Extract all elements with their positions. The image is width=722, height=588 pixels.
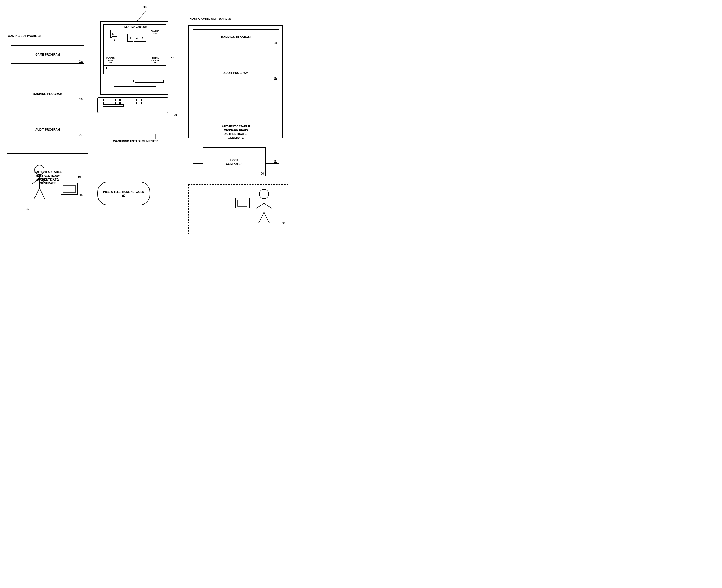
audit-program-left-box: AUDIT PROGRAM 27 <box>11 122 84 138</box>
drive-slot-1 <box>105 80 134 82</box>
dashed-region: 38 <box>188 184 288 234</box>
person-38-figure <box>251 187 277 230</box>
person-12-container: 12 <box>26 163 52 206</box>
key <box>129 102 132 104</box>
keyboard <box>98 98 168 113</box>
svg-point-22 <box>35 165 44 174</box>
key <box>133 99 136 101</box>
keyboard-keys-row1 <box>98 98 168 102</box>
ref-36-label: 36 <box>78 175 81 178</box>
card-2: 2 <box>112 36 118 44</box>
svg-point-14 <box>259 189 269 199</box>
key <box>125 99 128 101</box>
svg-line-16 <box>256 203 264 208</box>
keyboard-keys-row3 <box>98 105 168 107</box>
svg-line-19 <box>264 212 269 223</box>
key <box>116 102 120 104</box>
card-t: T <box>127 34 133 42</box>
key <box>129 99 132 101</box>
key <box>137 102 141 104</box>
svg-line-24 <box>31 179 40 184</box>
svg-rect-20 <box>238 200 247 206</box>
status-light-2 <box>113 67 118 69</box>
banking-program-right-box: BANKING PROGRAM 35 <box>193 29 279 45</box>
svg-line-26 <box>34 188 40 199</box>
drive-slot-2 <box>135 80 164 83</box>
key <box>146 99 149 101</box>
svg-line-0 <box>137 11 146 21</box>
phone-left <box>61 183 78 195</box>
phone-left-icon <box>63 185 76 193</box>
key <box>112 99 115 101</box>
public-telephone-network: PUBLIC TELEPHONE NETWORK 40 <box>98 182 150 205</box>
key <box>120 102 124 104</box>
card-6: 6 <box>140 34 146 42</box>
person-12-figure <box>26 163 52 205</box>
ref-18-label: 18 <box>171 57 174 60</box>
gaming-software-box: GAME PROGRAM 24 BANKING PROGRAM 26 AUDIT… <box>6 41 88 154</box>
svg-line-18 <box>259 212 264 223</box>
ref-38-label: 38 <box>282 222 285 225</box>
svg-line-27 <box>40 188 45 199</box>
wager-label: WAGER 10 5 <box>151 30 159 35</box>
player-wins: PLAYER WINS $15 <box>106 57 115 64</box>
key <box>116 99 120 101</box>
monitor-frame: HELP REV. BANKING WAGER 10 5 K 5 <box>100 21 168 95</box>
space-bar <box>103 105 124 107</box>
key <box>146 102 149 104</box>
wagering-establishment-label: WAGERING ESTABLISHMENT 16 <box>113 140 158 143</box>
card-2b: 2 <box>134 34 140 42</box>
screen-status-bar <box>104 65 166 70</box>
key <box>103 102 107 104</box>
key <box>112 102 115 104</box>
key <box>141 99 145 101</box>
cards-area: WAGER 10 5 K 5 2 T <box>104 28 166 65</box>
key <box>141 102 145 104</box>
monitor-screen: HELP REV. BANKING WAGER 10 5 K 5 <box>103 24 166 74</box>
key <box>99 99 103 101</box>
keyboard-keys-row2 <box>98 102 168 105</box>
game-program-box: GAME PROGRAM 24 <box>11 45 84 64</box>
status-light-1 <box>106 67 111 69</box>
computer-drive-bay <box>103 76 165 86</box>
phone-right <box>235 198 250 208</box>
ref-20-label: 20 <box>174 113 177 116</box>
phone-right-icon <box>237 200 248 207</box>
key <box>137 99 141 101</box>
key <box>125 102 128 104</box>
svg-line-17 <box>264 203 272 208</box>
ref-12-label: 12 <box>26 207 29 210</box>
banking-program-left-box: BANKING PROGRAM 26 <box>11 86 84 102</box>
ref-14-label: 14 <box>144 5 147 8</box>
gaming-software-label: GAMING SOFTWARE 22 <box>8 34 41 37</box>
host-gaming-software-box: BANKING PROGRAM 35 AUDIT PROGRAM 37 AUTH… <box>188 25 283 138</box>
key <box>120 99 124 101</box>
diagram: GAMING SOFTWARE 22 GAME PROGRAM 24 BANKI… <box>0 0 290 237</box>
status-light-3 <box>120 67 125 69</box>
total-credit: TOTAL CREDIT AV. <box>151 57 159 64</box>
svg-line-25 <box>40 179 47 184</box>
help-rev-banking-label: HELP REV. BANKING <box>104 25 166 28</box>
audit-program-right-box: AUDIT PROGRAM 37 <box>193 65 279 81</box>
status-light-4 <box>127 67 131 69</box>
host-gaming-software-label: HOST GAMING SOFTWARE 33 <box>190 17 232 20</box>
monitor-base <box>114 86 156 94</box>
svg-rect-28 <box>63 185 75 193</box>
key <box>108 102 111 104</box>
host-computer-box: HOST COMPUTER 30 <box>203 147 266 176</box>
key <box>103 99 107 101</box>
key <box>108 99 111 101</box>
key <box>99 102 103 104</box>
key <box>133 102 136 104</box>
